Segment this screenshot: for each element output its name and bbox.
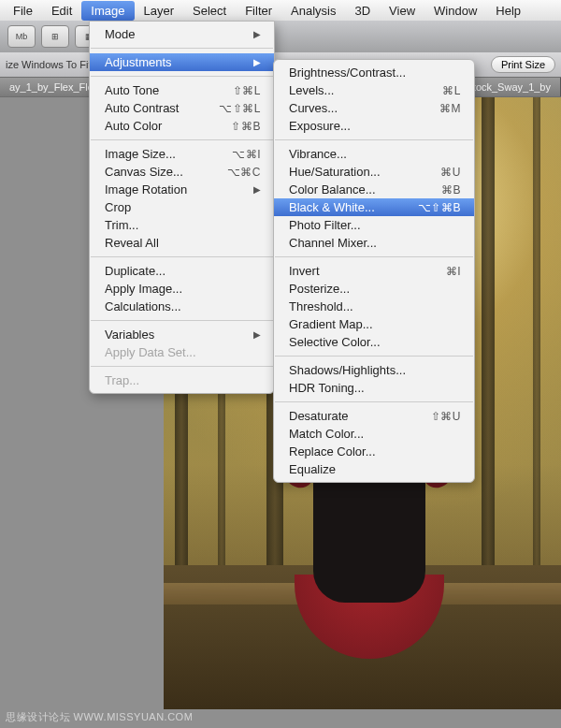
menu-image[interactable]: Image xyxy=(81,1,134,21)
mi-calculations[interactable]: Calculations... xyxy=(90,298,274,315)
menu-separator xyxy=(91,139,273,140)
mi-color-balance[interactable]: Color Balance...⌘B xyxy=(274,181,474,198)
mi-photo-filter[interactable]: Photo Filter... xyxy=(274,216,474,234)
mi-vibrance[interactable]: Vibrance... xyxy=(274,145,474,163)
mi-shadows-highlights[interactable]: Shadows/Highlights... xyxy=(274,361,474,379)
menu-separator xyxy=(91,256,273,257)
tool-1-icon[interactable]: Mb xyxy=(7,25,36,48)
mi-replace-color[interactable]: Replace Color... xyxy=(274,443,474,460)
menu-view[interactable]: View xyxy=(380,1,424,21)
mi-image-size[interactable]: Image Size...⌥⌘I xyxy=(90,145,274,163)
mi-exposure[interactable]: Exposure... xyxy=(274,117,474,135)
menu-analysis[interactable]: Analysis xyxy=(281,1,345,21)
mi-apply-data-set: Apply Data Set... xyxy=(90,343,274,361)
mi-auto-tone[interactable]: Auto Tone⇧⌘L xyxy=(90,81,274,99)
menu-separator xyxy=(275,139,473,140)
mi-crop[interactable]: Crop xyxy=(90,198,274,216)
submenu-arrow-icon: ▶ xyxy=(253,329,261,340)
mi-hdr-toning[interactable]: HDR Toning... xyxy=(274,379,474,397)
menu-edit[interactable]: Edit xyxy=(42,1,81,21)
mi-equalize[interactable]: Equalize xyxy=(274,460,474,478)
mi-curves[interactable]: Curves...⌘M xyxy=(274,99,474,117)
mi-channel-mixer[interactable]: Channel Mixer... xyxy=(274,234,474,252)
image-menu-dropdown: Mode▶ Adjustments▶ Auto Tone⇧⌘L Auto Con… xyxy=(89,21,275,394)
menu-select[interactable]: Select xyxy=(183,1,236,21)
submenu-arrow-icon: ▶ xyxy=(253,184,261,195)
mi-variables[interactable]: Variables▶ xyxy=(90,326,274,343)
mi-threshold[interactable]: Threshold... xyxy=(274,298,474,315)
menu-separator xyxy=(91,320,273,321)
submenu-arrow-icon: ▶ xyxy=(253,29,261,39)
resize-windows-label: ize Windows To Fit xyxy=(6,59,92,70)
mi-invert[interactable]: Invert⌘I xyxy=(274,262,474,280)
mi-auto-color[interactable]: Auto Color⇧⌘B xyxy=(90,117,274,135)
mi-levels[interactable]: Levels...⌘L xyxy=(274,81,474,99)
submenu-arrow-icon: ▶ xyxy=(253,57,261,67)
mi-canvas-size[interactable]: Canvas Size...⌥⌘C xyxy=(90,163,274,181)
mi-gradient-map[interactable]: Gradient Map... xyxy=(274,315,474,333)
mi-trap: Trap... xyxy=(90,371,274,389)
mi-selective-color[interactable]: Selective Color... xyxy=(274,333,474,351)
app-toolbar: Mb ⊞ ▦ xyxy=(0,21,561,53)
menu-layer[interactable]: Layer xyxy=(135,1,184,21)
tool-2-icon[interactable]: ⊞ xyxy=(41,25,69,48)
menubar: File Edit Image Layer Select Filter Anal… xyxy=(0,0,561,22)
mi-black-white[interactable]: Black & White...⌥⇧⌘B xyxy=(274,198,474,216)
menu-separator xyxy=(91,366,273,367)
menu-filter[interactable]: Filter xyxy=(236,1,281,21)
mi-hue-saturation[interactable]: Hue/Saturation...⌘U xyxy=(274,163,474,181)
print-size-button[interactable]: Print Size xyxy=(491,56,555,73)
watermark: 思缘设计论坛 WWW.MISSYUAN.COM xyxy=(6,710,193,724)
mi-duplicate[interactable]: Duplicate... xyxy=(90,262,274,280)
menu-3d[interactable]: 3D xyxy=(345,1,380,21)
mi-adjustments[interactable]: Adjustments▶ xyxy=(90,53,274,71)
mi-apply-image[interactable]: Apply Image... xyxy=(90,280,274,298)
adjustments-submenu: Brightness/Contrast... Levels...⌘L Curve… xyxy=(273,59,475,483)
mi-brightness-contrast[interactable]: Brightness/Contrast... xyxy=(274,64,474,81)
mi-reveal-all[interactable]: Reveal All xyxy=(90,234,274,252)
mi-mode[interactable]: Mode▶ xyxy=(90,25,274,43)
mi-auto-contrast[interactable]: Auto Contrast⌥⇧⌘L xyxy=(90,99,274,117)
menu-separator xyxy=(91,76,273,77)
menu-help[interactable]: Help xyxy=(486,1,530,21)
mi-posterize[interactable]: Posterize... xyxy=(274,280,474,298)
menu-separator xyxy=(275,356,473,357)
mi-image-rotation[interactable]: Image Rotation▶ xyxy=(90,181,274,198)
menu-window[interactable]: Window xyxy=(424,1,486,21)
mi-desaturate[interactable]: Desaturate⇧⌘U xyxy=(274,407,474,425)
mi-match-color[interactable]: Match Color... xyxy=(274,425,474,443)
menu-separator xyxy=(91,48,273,49)
menu-file[interactable]: File xyxy=(4,1,42,21)
menu-separator xyxy=(275,401,473,402)
menu-separator xyxy=(275,256,473,257)
mi-trim[interactable]: Trim... xyxy=(90,216,274,234)
